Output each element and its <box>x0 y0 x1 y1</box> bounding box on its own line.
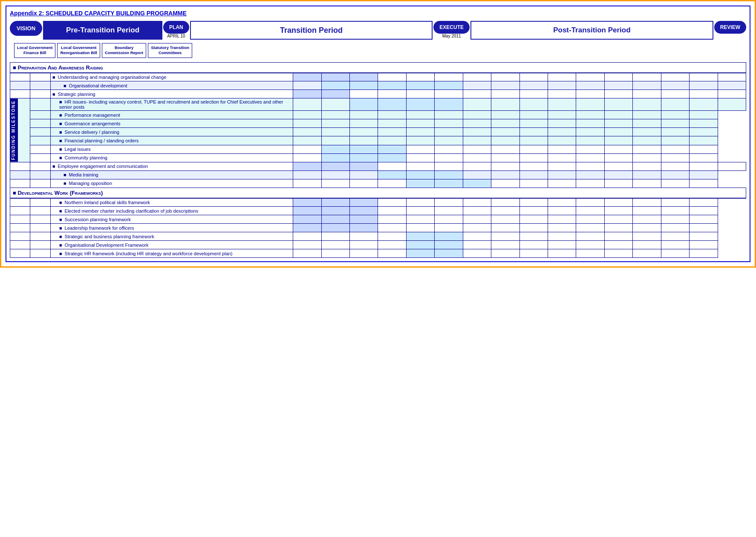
grid-cell <box>690 128 718 136</box>
milestone-marker <box>10 81 30 90</box>
milestone-marker <box>10 224 30 232</box>
table-row: ■ Performance management <box>10 111 746 119</box>
grid-cell <box>661 249 689 258</box>
grid-cell <box>633 119 661 128</box>
grid-cell <box>435 136 463 145</box>
grid-cell <box>350 249 378 258</box>
grid-cell <box>350 207 378 215</box>
table-row: ■ Financial planning / standing orders <box>10 136 746 145</box>
grid-cell <box>633 241 661 249</box>
grid-cell <box>435 232 463 241</box>
timeline-header: VISION Pre-Transition Period PLAN APRIL … <box>10 21 746 40</box>
grid-cell <box>406 241 434 249</box>
page-title: Appendix 2: SCHEDULED CAPACITY BUILDING … <box>10 10 187 17</box>
grid-cell <box>350 153 378 162</box>
transition-bar: Transition Period <box>190 21 433 40</box>
grid-cell <box>378 119 406 128</box>
grid-cell <box>321 249 349 258</box>
grid-cell <box>604 98 632 111</box>
grid-cell <box>604 128 632 136</box>
grid-cell <box>350 119 378 128</box>
grid-cell <box>718 73 746 81</box>
grid-cell <box>378 224 406 232</box>
pre-transition-block: Pre-Transition Period <box>43 21 162 40</box>
grid-cell <box>519 170 548 179</box>
plan-sub-text: APRIL 10 <box>167 34 185 38</box>
grid-cell <box>548 207 576 215</box>
grid-cell <box>406 119 434 128</box>
grid-cell <box>690 162 718 170</box>
milestone-marker <box>10 215 30 224</box>
grid-cell <box>519 119 548 128</box>
milestone-marker <box>10 198 30 207</box>
grid-cell <box>463 249 491 258</box>
grid-cell <box>661 98 689 111</box>
grid-cell <box>633 170 661 179</box>
grid-cell <box>321 145 349 153</box>
grid-cell <box>604 198 632 207</box>
funding-col <box>30 198 50 207</box>
grid-cell <box>548 81 576 90</box>
grid-cell <box>548 162 576 170</box>
grid-cell <box>633 73 661 81</box>
milestone-marker <box>10 249 30 258</box>
page-container: Appendix 2: SCHEDULED CAPACITY BUILDING … <box>6 6 750 262</box>
grid-cell <box>463 119 491 128</box>
grid-cell <box>491 90 519 98</box>
grid-cell <box>463 73 491 81</box>
grid-cell <box>406 207 434 215</box>
item-text: ■ Service delivery / planning <box>50 128 293 136</box>
funding-col-inner <box>30 111 50 119</box>
grid-cell <box>378 81 406 90</box>
funding-col-inner <box>30 128 50 136</box>
grid-cell <box>576 241 604 249</box>
grid-cell <box>406 111 434 119</box>
grid-cell <box>661 207 689 215</box>
milestone-marker <box>30 98 50 111</box>
grid-cell <box>293 111 321 119</box>
grid-cell <box>406 136 434 145</box>
grid-cell <box>604 207 632 215</box>
pre-transition-bar: Pre-Transition Period <box>43 21 162 40</box>
grid-cell <box>548 179 576 188</box>
bullet-col <box>10 73 30 81</box>
table-row: ■ Elected member charter including clari… <box>10 207 746 215</box>
grid-cell <box>690 198 718 207</box>
grid-cell <box>406 224 434 232</box>
grid-cell <box>491 215 519 224</box>
table-row: ■ Strategic and business planning framew… <box>10 232 746 241</box>
grid-cell <box>576 207 604 215</box>
grid-cell <box>690 241 718 249</box>
grid-cell <box>576 249 604 258</box>
grid-cell <box>435 179 463 188</box>
grid-cell <box>548 241 576 249</box>
grid-cell <box>463 241 491 249</box>
milestone-box-3: BoundaryCommission Report <box>102 43 146 58</box>
grid-cell <box>378 170 406 179</box>
table-row: ■ Northern Ireland political skills fram… <box>10 198 746 207</box>
grid-cell <box>350 232 378 241</box>
milestone-box-2: Local GovernmentReorganisation Bill <box>57 43 100 58</box>
grid-cell <box>519 207 548 215</box>
grid-cell <box>519 111 548 119</box>
grid-cell <box>519 162 548 170</box>
grid-cell <box>690 232 718 241</box>
grid-cell <box>350 136 378 145</box>
grid-cell <box>378 90 406 98</box>
grid-cell <box>435 145 463 153</box>
item-text: ■ Organisational development <box>50 81 293 90</box>
grid-cell <box>519 179 548 188</box>
grid-cell <box>463 224 491 232</box>
grid-cell <box>604 179 632 188</box>
grid-cell <box>293 224 321 232</box>
grid-cell <box>406 179 434 188</box>
grid-cell <box>576 153 604 162</box>
grid-cell <box>293 179 321 188</box>
item-text: ■ Elected member charter including clari… <box>50 207 293 215</box>
grid-cell <box>491 81 519 90</box>
grid-cell <box>378 232 406 241</box>
grid-cell <box>548 224 576 232</box>
grid-cell <box>661 128 689 136</box>
grid-cell <box>350 73 378 81</box>
grid-cell <box>576 111 604 119</box>
